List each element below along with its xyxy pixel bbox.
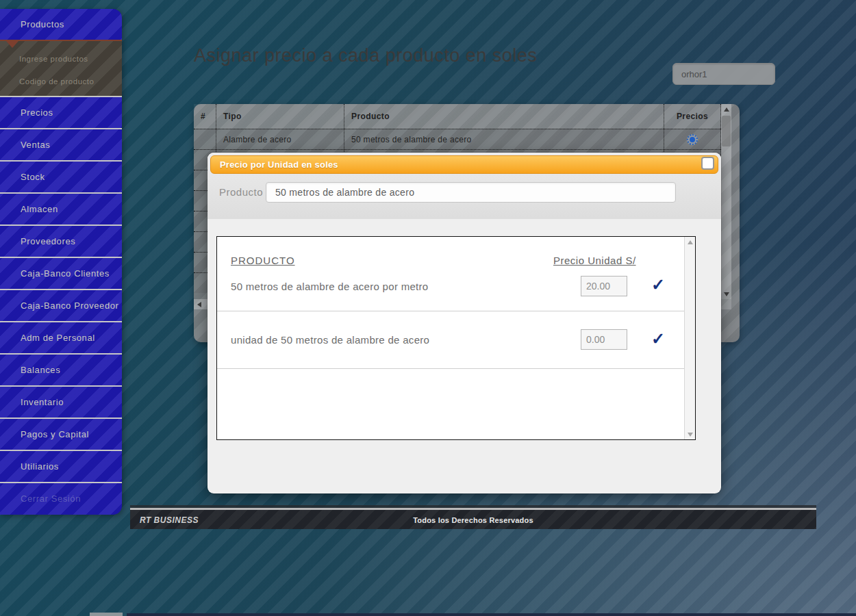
unit-price-row-name: 50 metros de alambre de acero por metro bbox=[231, 281, 429, 292]
scroll-down-icon[interactable] bbox=[721, 289, 731, 299]
sidebar-item-precios[interactable]: Precios bbox=[0, 96, 122, 128]
scroll-up-icon[interactable] bbox=[685, 237, 695, 247]
price-radio-selected[interactable] bbox=[687, 134, 698, 145]
page-title: Asignar precio a cada producto en soles bbox=[194, 45, 537, 66]
row-producto-cell: 50 metros de alambre de acero bbox=[344, 129, 664, 149]
table-row[interactable]: Alambre de acero 50 metros de alambre de… bbox=[194, 129, 721, 149]
confirm-price-check-icon[interactable]: ✓ bbox=[651, 331, 665, 347]
table-vertical-scrollbar[interactable] bbox=[721, 104, 731, 299]
unit-price-row-name: unidad de 50 metros de alambre de acero bbox=[231, 334, 429, 346]
sidebar-item-balances[interactable]: Balances bbox=[0, 353, 122, 385]
unit-price-col-price: Precio Unidad S/ bbox=[553, 255, 636, 266]
confirm-price-check-icon[interactable]: ✓ bbox=[651, 277, 665, 293]
sidebar-item-stock[interactable]: Stock bbox=[0, 160, 122, 192]
scroll-left-icon[interactable] bbox=[194, 299, 204, 309]
dialog-title: Precio por Unidad en soles bbox=[220, 159, 338, 170]
unit-price-table-scrollbar[interactable] bbox=[684, 237, 695, 439]
unit-price-input[interactable] bbox=[581, 329, 627, 350]
sidebar-item-adm-de-personal[interactable]: Adm de Personal bbox=[0, 321, 122, 353]
products-table-header-row: # Tipo Producto Precios bbox=[194, 104, 721, 129]
row-precios-cell bbox=[664, 129, 721, 149]
row-divider bbox=[217, 311, 684, 311]
sidebar-item-productos[interactable]: Productos bbox=[0, 9, 122, 40]
vertical-scroll-thumb[interactable] bbox=[722, 116, 731, 146]
unit-price-table: PRODUCTO Precio Unidad S/ 50 metros de a… bbox=[216, 236, 696, 440]
footer-copyright: Todos los Derechos Reservados bbox=[130, 516, 816, 524]
footer: RT BUSINESS Todos los Derechos Reservado… bbox=[130, 508, 816, 529]
row-divider bbox=[217, 368, 684, 369]
column-header-producto: Producto bbox=[344, 104, 664, 129]
sidebar-item-proveedores[interactable]: Proveedores bbox=[0, 224, 122, 257]
sidebar-item-caja-banco-clientes[interactable]: Caja-Banco Clientes bbox=[0, 257, 122, 289]
product-name-input[interactable] bbox=[266, 182, 676, 203]
column-header-precios: Precios bbox=[664, 104, 721, 129]
column-header-tipo: Tipo bbox=[216, 104, 344, 129]
unit-price-col-product: PRODUCTO bbox=[231, 255, 295, 266]
product-code-input[interactable] bbox=[672, 63, 775, 85]
sidebar-item-inventario[interactable]: Inventario bbox=[0, 385, 122, 418]
unit-price-input[interactable] bbox=[581, 276, 627, 296]
sidebar-item-ventas[interactable]: Ventas bbox=[0, 128, 122, 160]
sidebar-item-pagos-y-capital[interactable]: Pagos y Capital bbox=[0, 418, 122, 450]
sidebar-item-almacen[interactable]: Almacen bbox=[0, 192, 122, 224]
row-tipo-cell: Alambre de acero bbox=[216, 129, 344, 149]
sidebar-submenu-item-codigo-de-producto[interactable]: Codigo de producto bbox=[0, 70, 122, 93]
scroll-down-icon[interactable] bbox=[685, 429, 695, 439]
sidebar: Productos Ingrese productos Codigo de pr… bbox=[0, 9, 122, 515]
page-horizontal-scrollbar-track[interactable] bbox=[127, 613, 856, 616]
dialog-title-bar[interactable]: Precio por Unidad en soles bbox=[210, 155, 718, 174]
sidebar-submenu-productos: Ingrese productos Codigo de producto bbox=[0, 40, 122, 96]
sidebar-item-utiliarios[interactable]: Utiliarios bbox=[0, 450, 122, 482]
sidebar-item-caja-banco-proveedor[interactable]: Caja-Banco Proveedor bbox=[0, 289, 122, 321]
dialog-close-button[interactable] bbox=[701, 157, 714, 170]
column-header-num: # bbox=[194, 104, 216, 129]
sidebar-submenu-item-ingrese-productos[interactable]: Ingrese productos bbox=[0, 48, 122, 70]
page-horizontal-scrollbar-thumb[interactable] bbox=[90, 613, 123, 616]
sidebar-item-cerrar-sesion[interactable]: Cerrar Sesión bbox=[0, 482, 122, 514]
scrollbar-corner bbox=[721, 299, 731, 309]
product-field-label: Producto bbox=[219, 186, 263, 198]
price-per-unit-dialog: Precio por Unidad en soles Producto PROD… bbox=[207, 153, 721, 493]
row-num-cell bbox=[194, 129, 216, 149]
scroll-up-icon[interactable] bbox=[721, 104, 731, 114]
